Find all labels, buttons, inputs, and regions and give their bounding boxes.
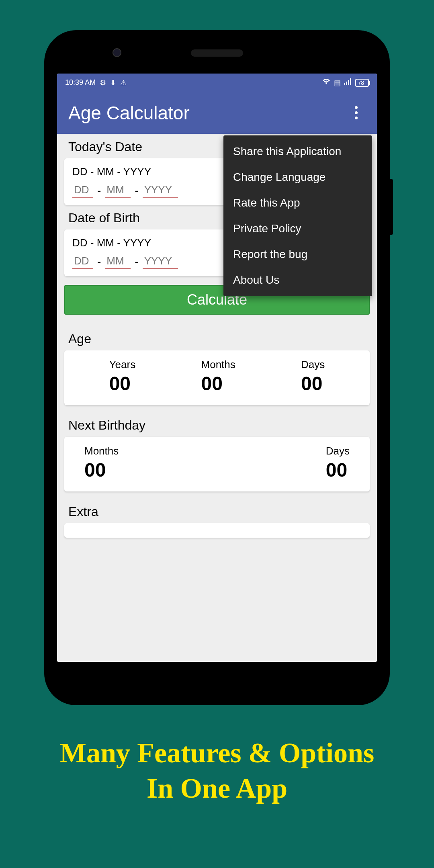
age-days-value: 00 (301, 373, 325, 395)
menu-report-bug[interactable]: Report the bug (223, 242, 372, 267)
dob-day-input[interactable] (72, 254, 93, 269)
menu-rate-app[interactable]: Rate this App (223, 190, 372, 216)
age-years-value: 00 (109, 373, 136, 395)
caption-line2: In One App (0, 771, 434, 806)
next-birthday-card: Months 00 Days 00 (64, 437, 370, 491)
status-time: 10:39 AM (65, 78, 96, 87)
menu-share[interactable]: Share this Application (223, 139, 372, 164)
age-days-label: Days (301, 358, 325, 371)
more-options-button[interactable] (346, 103, 366, 123)
today-month-input[interactable] (105, 183, 131, 198)
phone-camera (113, 48, 121, 57)
extra-title: Extra (64, 499, 370, 523)
phone-screen: 10:39 AM ⚙ ⬇ ⚠ ▤ 78 Age Calculator (57, 74, 377, 662)
next-birthday-title: Next Birthday (64, 412, 370, 437)
app-bar: Age Calculator (57, 92, 377, 134)
promo-caption: Many Features & Options In One App (0, 735, 434, 806)
dash: - (135, 184, 138, 197)
dash: - (97, 184, 101, 197)
phone-frame: 10:39 AM ⚙ ⬇ ⚠ ▤ 78 Age Calculator (44, 30, 390, 705)
signal-icon (344, 78, 352, 87)
next-months-label: Months (84, 445, 119, 457)
age-result-card: Years 00 Months 00 Days 00 (64, 350, 370, 405)
age-title: Age (64, 326, 370, 350)
menu-private-policy[interactable]: Private Policy (223, 216, 372, 242)
dash: - (97, 255, 101, 268)
next-days-value: 00 (326, 459, 350, 481)
gear-icon: ⚙ (100, 78, 106, 87)
dob-year-input[interactable] (143, 254, 178, 269)
options-menu: Share this Application Change Language R… (223, 135, 372, 296)
dob-month-input[interactable] (105, 254, 131, 269)
phone-speaker (191, 49, 243, 57)
today-day-input[interactable] (72, 183, 93, 198)
age-months-label: Months (201, 358, 235, 371)
age-years-label: Years (109, 358, 136, 371)
download-icon: ⬇ (110, 78, 116, 87)
svg-rect-1 (346, 82, 347, 85)
sim-icon: ▤ (334, 78, 341, 87)
menu-about-us[interactable]: About Us (223, 267, 372, 293)
next-days-label: Days (326, 445, 350, 457)
status-bar: 10:39 AM ⚙ ⬇ ⚠ ▤ 78 (57, 74, 377, 92)
warning-icon: ⚠ (120, 78, 127, 87)
dash: - (135, 255, 138, 268)
svg-rect-3 (350, 78, 351, 85)
next-months-value: 00 (84, 459, 119, 481)
wifi-icon (322, 78, 331, 87)
caption-line1: Many Features & Options (0, 735, 434, 771)
svg-rect-2 (348, 80, 349, 85)
menu-change-language[interactable]: Change Language (223, 164, 372, 190)
app-title: Age Calculator (68, 102, 190, 124)
age-months-value: 00 (201, 373, 235, 395)
today-year-input[interactable] (143, 183, 178, 198)
svg-rect-0 (344, 83, 345, 85)
battery-icon: 78 (355, 79, 369, 87)
volume-button (389, 179, 393, 235)
extra-card (64, 523, 370, 538)
